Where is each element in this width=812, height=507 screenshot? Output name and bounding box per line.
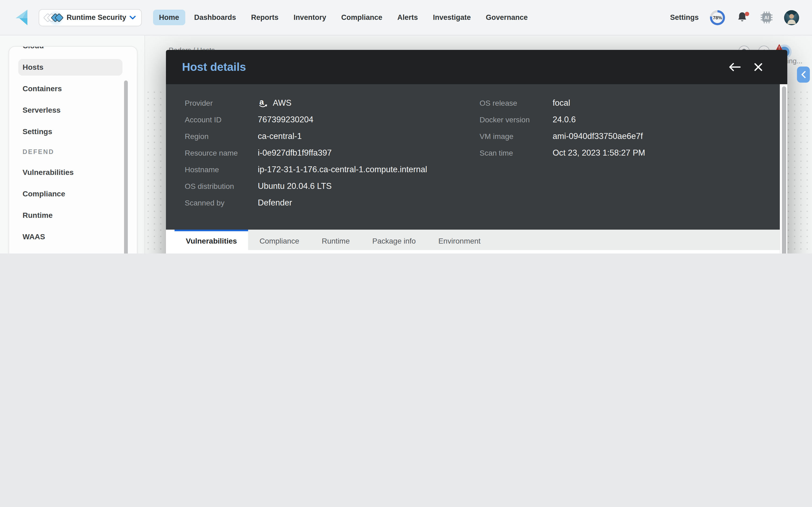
svg-text:AI: AI <box>764 15 769 20</box>
field-value-os-distribution: Ubuntu 20.04.6 LTS <box>258 181 332 191</box>
back-button[interactable] <box>728 61 741 73</box>
sidebar-item-label: Vulnerabilities <box>22 168 73 176</box>
field-row-account-id: Account ID767399230204 <box>185 111 427 128</box>
field-label-os-distribution: OS distribution <box>185 182 258 190</box>
tab-vulnerabilities[interactable]: Vulnerabilities <box>174 230 248 250</box>
usage-percent: 78% <box>713 15 722 20</box>
product-switcher-dropdown[interactable]: Runtime Security <box>39 9 142 26</box>
user-avatar[interactable] <box>784 10 799 25</box>
modal-scrollbar-thumb[interactable] <box>782 87 786 253</box>
nav-item-investigate[interactable]: Investigate <box>427 10 476 25</box>
field-value-account-id: 767399230204 <box>258 115 313 124</box>
topbar-right-cluster: Settings 78% AI <box>670 10 799 25</box>
field-row-scanned-by: Scanned byDefender <box>185 194 427 211</box>
field-row-os-release: OS releasefocal <box>479 95 645 111</box>
aws-provider-icon: a <box>258 97 268 108</box>
sidebar-item-cloud[interactable]: Cloud <box>9 46 137 56</box>
product-switcher-label: Runtime Security <box>66 13 127 21</box>
field-row-hostname: Hostnameip-172-31-1-176.ca-central-1.com… <box>185 161 427 178</box>
field-row-provider: ProvideraAWS <box>185 95 427 111</box>
sidebar-item-label: Settings <box>22 127 52 136</box>
status-text-fragment: ing... <box>787 57 802 65</box>
notification-badge <box>745 11 749 16</box>
modal-tabs: VulnerabilitiesComplianceRuntimePackage … <box>174 230 780 250</box>
field-row-region: Regionca-central-1 <box>185 128 427 144</box>
field-row-resource-name: Resource namei-0e927dfb1f9ffa397 <box>185 144 427 161</box>
chevron-down-icon <box>130 15 136 19</box>
sidebar-item-settings[interactable]: Settings <box>9 121 137 142</box>
host-details-modal: Host details ProvideraAWSAccount ID76739… <box>166 50 787 253</box>
modal-scrollbar-track[interactable] <box>780 84 787 253</box>
modal-body: VulnerabilitiesComplianceRuntimePackage … <box>166 230 787 253</box>
sidebar-item-waas[interactable]: WAAS <box>9 226 137 247</box>
field-label-region: Region <box>185 132 258 140</box>
tab-package-info[interactable]: Package info <box>361 230 427 250</box>
top-navigation-bar: Runtime Security HomeDashboardsReportsIn… <box>0 0 812 36</box>
sidebar-item-label: WAAS <box>22 232 45 241</box>
modal-titlebar: Host details <box>166 50 787 84</box>
sidebar-item-compliance[interactable]: Compliance <box>9 183 137 205</box>
sidebar-item-label: Cloud <box>22 46 44 50</box>
collapse-panel-button[interactable] <box>797 66 810 82</box>
close-icon <box>754 63 763 71</box>
field-label-provider: Provider <box>185 99 258 107</box>
sidebar-item-label: Hosts <box>22 63 44 71</box>
chevron-left-icon <box>801 71 806 78</box>
nav-item-dashboards[interactable]: Dashboards <box>188 10 242 25</box>
sidebar-item-hosts[interactable]: Hosts <box>9 56 137 78</box>
field-label-os-release: OS release <box>479 99 553 107</box>
left-sidebar-panel: CloudHostsContainersServerlessSettingsDE… <box>0 36 145 253</box>
arrow-left-icon <box>729 63 741 71</box>
field-value-scan-time: Oct 23, 2023 1:58:27 PM <box>553 148 645 158</box>
nav-item-home[interactable]: Home <box>153 10 185 25</box>
modal-title: Host details <box>182 61 246 73</box>
field-value-region: ca-central-1 <box>258 131 302 141</box>
sidebar-item-runtime[interactable]: Runtime <box>9 205 137 226</box>
nav-item-inventory[interactable]: Inventory <box>288 10 332 25</box>
primary-nav: HomeDashboardsReportsInventoryCompliance… <box>153 10 534 25</box>
field-value-resource-name: i-0e927dfb1f9ffa397 <box>258 148 332 158</box>
sidebar-item-label: Compliance <box>22 189 65 198</box>
nav-item-alerts[interactable]: Alerts <box>392 10 424 25</box>
sidebar-section-defend: DEFEND <box>9 142 137 162</box>
field-row-os-distribution: OS distributionUbuntu 20.04.6 LTS <box>185 178 427 194</box>
field-label-docker-version: Docker version <box>479 115 553 124</box>
nav-item-governance[interactable]: Governance <box>480 10 534 25</box>
sidebar-item-serverless[interactable]: Serverless <box>9 99 137 121</box>
tab-compliance[interactable]: Compliance <box>248 230 310 250</box>
field-value-docker-version: 24.0.6 <box>553 115 576 124</box>
field-label-vm-image: VM image <box>479 132 553 140</box>
tab-environment[interactable]: Environment <box>427 230 492 250</box>
sidebar-item-label: Containers <box>22 84 62 93</box>
prisma-logo-icon <box>14 9 29 26</box>
sidebar-item-label: Serverless <box>22 106 61 114</box>
nav-item-compliance[interactable]: Compliance <box>336 10 388 25</box>
sidebar-item-vulnerabilities[interactable]: Vulnerabilities <box>9 162 137 183</box>
sidebar-card: CloudHostsContainersServerlessSettingsDE… <box>9 46 138 253</box>
field-value-scanned-by: Defender <box>258 198 292 207</box>
field-value-hostname: ip-172-31-1-176.ca-central-1.compute.int… <box>258 164 427 174</box>
tab-runtime[interactable]: Runtime <box>310 230 361 250</box>
product-switcher-diamonds-icon <box>45 14 62 21</box>
settings-link[interactable]: Settings <box>670 13 699 21</box>
field-value-os-release: focal <box>553 98 570 108</box>
sidebar-item-containers[interactable]: Containers <box>9 78 137 99</box>
field-label-resource-name: Resource name <box>185 148 258 157</box>
usage-ring-indicator[interactable]: 78% <box>710 10 725 25</box>
svg-text:a: a <box>259 97 264 106</box>
sidebar-scrollbar-thumb[interactable] <box>124 80 128 253</box>
field-row-docker-version: Docker version24.0.6 <box>479 111 645 128</box>
notifications-bell-icon[interactable] <box>736 11 749 24</box>
field-label-scan-time: Scan time <box>479 148 553 157</box>
nav-item-reports[interactable]: Reports <box>245 10 284 25</box>
field-value-vm-image: ami-0940df33750ae6e7f <box>553 131 643 141</box>
field-row-vm-image: VM imageami-0940df33750ae6e7f <box>479 128 645 144</box>
field-label-scanned-by: Scanned by <box>185 198 258 207</box>
field-label-hostname: Hostname <box>185 165 258 174</box>
host-summary-section: ProvideraAWSAccount ID767399230204Region… <box>166 84 787 230</box>
sidebar-item-cnns[interactable]: CNNS <box>9 247 137 253</box>
close-button[interactable] <box>752 61 765 73</box>
field-label-account-id: Account ID <box>185 115 258 124</box>
ai-chip-icon[interactable]: AI <box>760 11 773 23</box>
field-row-scan-time: Scan timeOct 23, 2023 1:58:27 PM <box>479 144 645 161</box>
